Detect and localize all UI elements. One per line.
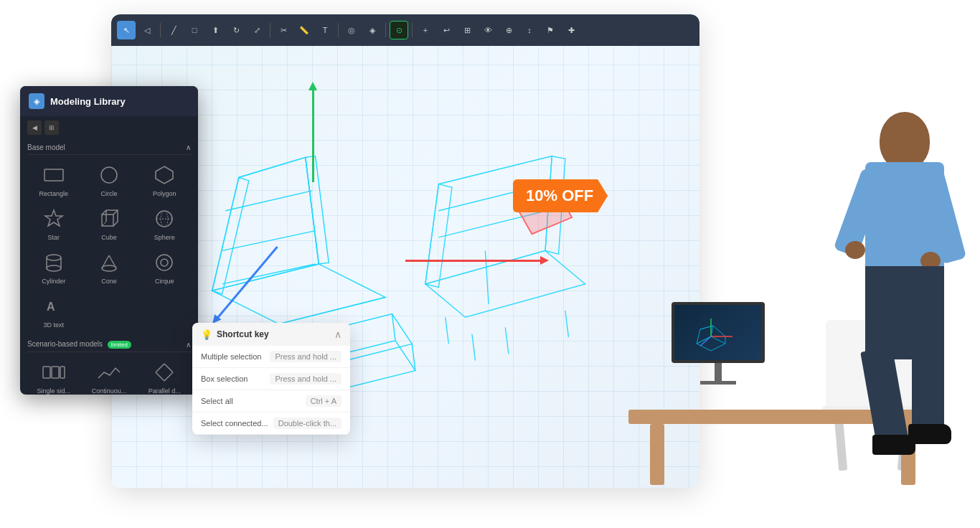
tool-visible[interactable]: 👁 — [479, 21, 497, 39]
rectangle-icon — [41, 162, 67, 188]
svg-point-57 — [161, 259, 168, 266]
shortcut-bulb-icon: 💡 — [201, 329, 212, 340]
tool-rotate[interactable]: ↻ — [227, 21, 245, 39]
monitor — [672, 302, 765, 385]
model-polygon[interactable]: Polygon — [138, 159, 191, 200]
multiple-selection-label: Multiple selection — [201, 352, 261, 361]
svg-marker-41 — [45, 210, 62, 226]
scenario-toggle[interactable]: ∧ — [186, 341, 191, 349]
tool-text[interactable]: T — [316, 21, 334, 39]
nav-back-btn[interactable]: ◀ — [27, 121, 42, 135]
monitor-base — [700, 381, 736, 385]
scenario-badge: limited — [108, 341, 131, 349]
model-cone[interactable]: Cone — [83, 247, 135, 288]
tool-measure[interactable]: 📏 — [295, 21, 314, 39]
tool-orbit[interactable]: ⊙ — [390, 21, 408, 39]
svg-marker-4 — [212, 177, 249, 293]
base-model-title: Base model — [27, 143, 65, 151]
shortcut-multiple-selection: Multiple selection Press and hold ... — [192, 346, 350, 368]
model-cylinder[interactable]: Cylinder — [27, 247, 80, 288]
svg-marker-40 — [156, 166, 173, 184]
cad-toolbar: ↖ ◁ ╱ □ ⬆ ↻ ⤢ ✂ 📏 T ◎ ◈ ⊙ + ↩ ⊞ 👁 ⊕ ↕ ⚑ … — [111, 14, 699, 46]
human-leg-right — [912, 341, 944, 435]
tool-plus[interactable]: + — [416, 21, 435, 39]
cube-label: Cube — [101, 234, 117, 241]
svg-line-65 — [156, 364, 164, 372]
monitor-cad-content — [686, 311, 750, 354]
shortcut-panel: 💡 Shortcut key ∧ Multiple selection Pres… — [192, 323, 350, 435]
tool-height[interactable]: ↕ — [520, 21, 539, 39]
svg-marker-28 — [425, 184, 452, 288]
svg-line-62 — [164, 364, 173, 372]
base-model-section: Base model ∧ Rectangle Circle — [20, 139, 198, 336]
cylinder-label: Cylinder — [42, 278, 65, 285]
scenario-continuous[interactable]: Continuou... — [83, 357, 135, 395]
cone-icon — [96, 250, 122, 275]
model-cube[interactable]: Cube — [83, 203, 135, 244]
model-rectangle[interactable]: Rectangle — [27, 159, 80, 200]
select-connected-label: Select connected... — [201, 419, 268, 428]
tool-grid[interactable]: ⊞ — [458, 21, 476, 39]
continuous-label: Continuou... — [92, 387, 127, 395]
tool-flag[interactable]: ⚑ — [541, 21, 560, 39]
tool-select[interactable]: ↖ — [117, 21, 136, 39]
star-icon — [41, 206, 67, 232]
polygon-icon — [151, 162, 177, 188]
svg-rect-60 — [52, 367, 59, 378]
model-star[interactable]: Star — [27, 203, 80, 244]
svg-line-24 — [222, 264, 316, 284]
scenario-parallel[interactable]: Parallel d... — [138, 357, 191, 395]
nav-grid-btn[interactable]: ⊞ — [44, 121, 59, 135]
polygon-label: Polygon — [153, 190, 176, 197]
text-3d-icon: A — [41, 293, 67, 319]
svg-line-36 — [472, 334, 476, 361]
text-3d-label: 3D text — [43, 321, 64, 329]
tool-camera[interactable]: ◎ — [342, 21, 361, 39]
base-model-toggle[interactable]: ∧ — [186, 143, 191, 151]
svg-rect-61 — [60, 367, 65, 378]
tool-add[interactable]: ✚ — [562, 21, 580, 39]
parallel-icon — [151, 359, 177, 385]
model-circle[interactable]: Circle — [83, 159, 135, 200]
svg-point-46 — [156, 211, 172, 227]
model-3dtext[interactable]: A 3D text — [27, 291, 80, 331]
svg-line-22 — [225, 191, 312, 211]
single-side-icon — [41, 359, 67, 385]
svg-rect-38 — [44, 169, 63, 181]
library-title: Modeling Library — [50, 96, 126, 107]
tool-cut[interactable]: ✂ — [274, 21, 293, 39]
star-label: Star — [47, 234, 60, 241]
tool-pencil[interactable]: ◁ — [138, 21, 156, 39]
human-head — [880, 112, 930, 169]
desk-leg-left — [650, 424, 664, 485]
monitor-screen-content — [674, 305, 762, 360]
tool-undo[interactable]: ↩ — [437, 21, 456, 39]
select-all-label: Select all — [201, 397, 233, 405]
tool-axis[interactable]: ⊕ — [499, 21, 518, 39]
svg-point-49 — [47, 255, 61, 260]
base-model-grid: Rectangle Circle Polygon S — [27, 155, 191, 336]
model-cirque[interactable]: Cirque — [138, 247, 191, 288]
circle-label: Circle — [100, 190, 117, 197]
tool-scale[interactable]: ⤢ — [248, 21, 266, 39]
svg-rect-59 — [43, 367, 50, 378]
tool-line[interactable]: ╱ — [164, 21, 183, 39]
multiple-selection-key: Press and hold ... — [270, 351, 341, 362]
discount-badge: 10% OFF — [513, 179, 608, 212]
cylinder-icon — [41, 250, 67, 275]
tool-push[interactable]: ⬆ — [206, 21, 225, 39]
shortcut-select-connected: Select connected... Double-click th... — [192, 412, 350, 435]
scenario-single-side[interactable]: Single sid... — [27, 357, 80, 395]
parallel-label: Parallel d... — [149, 387, 181, 395]
scenario-section: Scenario-based models limited ∧ Single s… — [20, 336, 198, 395]
tool-rect[interactable]: □ — [185, 21, 204, 39]
library-icon: ◈ — [29, 93, 44, 109]
select-connected-key: Double-click th... — [273, 418, 341, 429]
shortcut-close-btn[interactable]: ∧ — [334, 329, 341, 340]
model-sphere[interactable]: Sphere — [138, 203, 191, 244]
shortcut-panel-header: 💡 Shortcut key ∧ — [192, 323, 350, 346]
tool-view[interactable]: ◈ — [363, 21, 382, 39]
single-side-label: Single sid... — [37, 387, 70, 395]
svg-line-44 — [102, 222, 106, 226]
monitor-screen — [672, 302, 765, 363]
